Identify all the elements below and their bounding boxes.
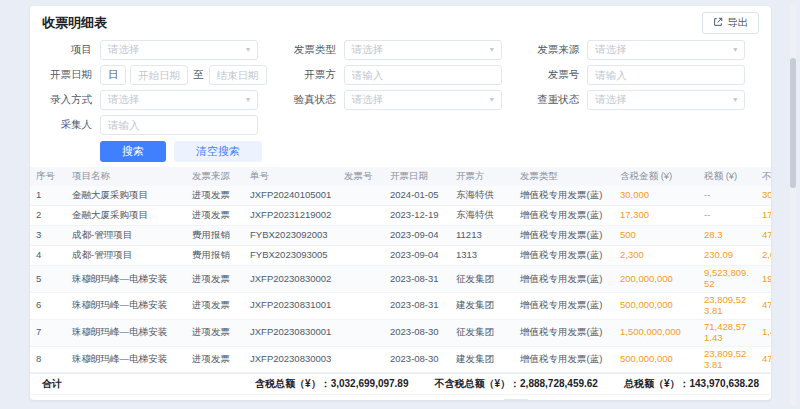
table-cell: 增值税专用发票(蓝) [514, 226, 614, 245]
total-item: 含税总额（¥）：3,032,699,097.89 [255, 377, 408, 391]
table-cell: 471.7 [756, 226, 771, 245]
table-cell: 2,300 [614, 246, 698, 265]
table-cell [338, 206, 384, 225]
table-cell: 金融大厦采购项目 [66, 186, 186, 205]
card-header: 收票明细表 导出 [30, 6, 771, 37]
duplicate-status-select[interactable]: 请选择 ▾ [587, 90, 745, 110]
table-cell: 征发集团 [450, 320, 514, 346]
table-cell: 珠穆朗玛峰—电梯安装 [66, 347, 186, 373]
page-button[interactable]: 2 [335, 399, 352, 400]
field-label: 开票日期 [42, 68, 92, 82]
table-cell: 进项发票 [186, 347, 244, 373]
table-cell [338, 320, 384, 346]
scrollbar-thumb[interactable] [790, 58, 796, 188]
filter-field-project: 项目 请选择 ▾ [42, 40, 272, 60]
table-cell: 费用报销 [186, 246, 244, 265]
filter-field-duplicate-status: 查重状态 请选择 ▾ [529, 90, 759, 110]
select-placeholder: 请选择 [108, 43, 140, 57]
table-row: 2金融大厦采购项目进项发票JXFP202312190022023-12-19东海… [30, 206, 771, 226]
select-placeholder: 请选择 [108, 93, 140, 107]
page-button[interactable]: 3 [352, 399, 369, 400]
table-cell: JXFP20240105001 [244, 186, 338, 205]
invoice-type-select[interactable]: 请选择 ▾ [344, 40, 502, 60]
table-cell: 2023-08-31 [384, 293, 450, 319]
table-cell: -- [698, 206, 756, 225]
goto-page-input[interactable] [503, 399, 529, 400]
table-cell: 2023-08-31 [384, 266, 450, 292]
invoice-number-input[interactable] [587, 65, 745, 85]
entry-method-select[interactable]: 请选择 ▾ [100, 90, 258, 110]
page-button[interactable]: 6 [403, 399, 420, 400]
end-date-input[interactable] [209, 65, 267, 85]
table-cell: 230.09 [698, 246, 756, 265]
table-cell: 成都-管理项目 [66, 246, 186, 265]
invoice-source-select[interactable]: 请选择 ▾ [587, 40, 745, 60]
table-cell: 1313 [450, 246, 514, 265]
page-button[interactable]: 4 [369, 399, 386, 400]
table-cell: 17,300 [756, 206, 771, 225]
table-cell: 进项发票 [186, 206, 244, 225]
table-body: 1金融大厦采购项目进项发票JXFP202401050012024-01-05东海… [30, 186, 771, 373]
table-cell: 30,000 [756, 186, 771, 205]
field-label: 查重状态 [529, 93, 579, 107]
table-cell: 进项发票 [186, 266, 244, 292]
content-card: 收票明细表 导出 项目 请选择 ▾ 发票类型 请选择 [30, 6, 771, 400]
table-cell: 增值税专用发票(蓝) [514, 206, 614, 225]
chevron-down-icon: ▾ [733, 46, 737, 54]
filter-grid: 项目 请选择 ▾ 发票类型 请选择 ▾ 发票来源 请选择 ▾ [42, 40, 759, 135]
table-cell: 71,428,571.43 [698, 320, 756, 346]
table-cell: 进项发票 [186, 186, 244, 205]
table-cell: 23,809,523.81 [698, 293, 756, 319]
table-cell: 东海特供 [450, 206, 514, 225]
table-cell: 珠穆朗玛峰—电梯安装 [66, 293, 186, 319]
table-cell: 进项发票 [186, 293, 244, 319]
collector-input[interactable] [100, 115, 258, 135]
column-header: 发票类型 [514, 167, 614, 186]
table-cell: 23,809,523.81 [698, 347, 756, 373]
table-cell: 费用报销 [186, 226, 244, 245]
vertical-scrollbar[interactable] [790, 3, 796, 406]
field-label: 采集人 [42, 118, 92, 132]
table-cell [338, 347, 384, 373]
table-cell: 珠穆朗玛峰—电梯安装 [66, 266, 186, 292]
select-placeholder: 请选择 [352, 43, 384, 57]
field-label: 项目 [42, 43, 92, 57]
page-button[interactable]: 5 [386, 399, 403, 400]
column-header: 序号 [30, 167, 66, 186]
page-button[interactable]: 1 [318, 399, 335, 400]
table-cell: 500,000,000 [614, 347, 698, 373]
date-range-separator: 至 [193, 68, 204, 82]
table-cell: 2023-08-30 [384, 347, 450, 373]
column-header: 开票日期 [384, 167, 450, 186]
filter-panel: 项目 请选择 ▾ 发票类型 请选择 ▾ 发票来源 请选择 ▾ [30, 37, 771, 167]
chevron-down-icon: ▾ [246, 96, 250, 104]
table-cell: 9,523,809.52 [698, 266, 756, 292]
date-granularity-value: 日 [108, 68, 119, 82]
table-cell: 2023-09-04 [384, 226, 450, 245]
table-row: 4成都-管理项目费用报销FYBX20230930052023-09-041313… [30, 246, 771, 266]
table-cell: 2023-09-04 [384, 246, 450, 265]
table-header-row: 序号项目名称发票来源单号发票号开票日期开票方发票类型含税金额 (¥)税额 (¥)… [30, 167, 771, 186]
search-button[interactable]: 搜索 [100, 141, 166, 162]
table-cell: 190,476,190.48 [756, 266, 771, 292]
chevron-down-icon: ▾ [490, 46, 494, 54]
column-header: 税额 (¥) [698, 167, 756, 186]
table-cell: 增值税专用发票(蓝) [514, 320, 614, 346]
start-date-input[interactable] [130, 65, 188, 85]
verify-status-select[interactable]: 请选择 ▾ [344, 90, 502, 110]
export-button[interactable]: 导出 [702, 12, 759, 34]
table-cell: JXFP20230830001 [244, 320, 338, 346]
page-title: 收票明细表 [42, 14, 107, 32]
table-cell: 2023-12-19 [384, 206, 450, 225]
date-granularity-select[interactable]: 日 [100, 65, 126, 85]
page-ellipsis: ... [420, 399, 437, 400]
column-header: 发票号 [338, 167, 384, 186]
table-cell: FYBX2023092003 [244, 226, 338, 245]
table-cell: 成都-管理项目 [66, 226, 186, 245]
table-cell: 8 [30, 347, 66, 373]
project-select[interactable]: 请选择 ▾ [100, 40, 258, 60]
table-cell: 2024-01-05 [384, 186, 450, 205]
issuer-input[interactable] [344, 65, 502, 85]
page-button[interactable]: 8 [437, 399, 454, 400]
clear-search-button[interactable]: 清空搜索 [174, 141, 262, 162]
